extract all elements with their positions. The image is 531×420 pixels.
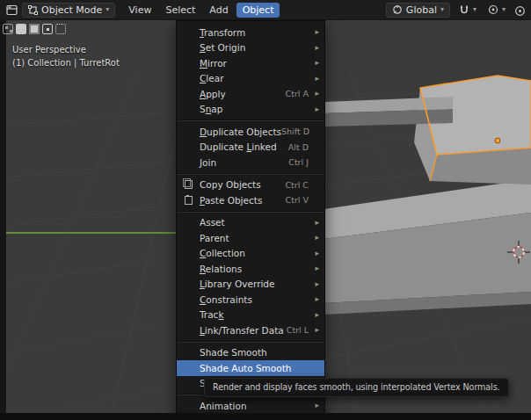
menu-item-constraints[interactable]: Constraints▸ [177,292,324,308]
editor-type-button[interactable] [4,3,20,18]
menu-item-label: Apply [200,89,226,99]
shading-sphere-button[interactable] [514,2,526,18]
menu-item-label: Shade Auto Smooth [200,363,291,373]
chevron-down-icon: ▾ [440,6,444,13]
menu-item-shortcut: Ctrl J [288,157,310,167]
menu-item-shortcut: Shift D [281,127,311,136]
menu-item-join[interactable]: JoinCtrl J [177,155,324,170]
menu-item-duplicate-objects[interactable]: Duplicate ObjectsShift D [177,124,324,140]
menu-item-label: Paste Objects [200,195,262,206]
snap-toggle[interactable]: ▾ [456,3,479,17]
editor-type-icon [6,4,18,16]
tool-icon-dashed[interactable] [55,24,66,34]
menu-item-label: Shade Smooth [200,347,267,358]
menu-item-label: Asset [200,217,225,228]
submenu-arrow-icon: ▸ [310,264,319,272]
tooltip: Render and display faces smooth, using i… [204,378,509,397]
submenu-arrow-icon: ▸ [310,75,319,83]
menu-item-apply[interactable]: ApplyCtrl A▸ [177,86,324,102]
menu-item-shortcut: Ctrl C [285,180,310,190]
mode-selector-label: Object Mode [41,4,102,16]
menu-object[interactable]: Object [236,3,280,18]
menu-separator [178,119,324,121]
transform-orientation-selector[interactable]: Global ▾ [386,3,450,18]
submenu-arrow-icon: ▸ [310,219,319,227]
menu-item-link-transfer-data[interactable]: Link/Transfer DataCtrl L▸ [177,322,324,338]
menu-item-label: Set Origin [200,42,245,53]
submenu-arrow-icon: ▸ [310,402,319,409]
menu-item-track[interactable]: Track▸ [177,308,324,323]
copy-icon [185,180,193,189]
menu-item-collection[interactable]: Collection▸ [177,246,324,262]
menu-item-library-override[interactable]: Library Override▸ [177,277,324,293]
menu-item-parent[interactable]: Parent▸ [177,230,324,246]
menu-item-label: Parent [200,233,229,243]
menu-item-clear[interactable]: Clear▸ [177,71,324,87]
menu-item-animation[interactable]: Animation▸ [177,398,324,414]
chevron-down-icon: ▾ [473,6,476,13]
orientation-label: Global [406,4,437,16]
menu-item-copy-objects[interactable]: Copy ObjectsCtrl C [177,177,324,193]
menu-item-label: Collection [200,248,245,258]
menu-item-asset[interactable]: Asset▸ [177,215,324,231]
menu-item-label: Duplicate Objects [200,127,281,137]
mode-selector[interactable]: Object Mode ▾ [22,3,115,18]
menu-item-snap[interactable]: Snap▸ [177,102,324,118]
menu-add[interactable]: Add [203,3,234,18]
menu-item-label: Transform [200,27,245,38]
chevron-down-icon: ▾ [105,6,109,13]
submenu-arrow-icon: ▸ [310,234,319,242]
orientation-gizmo-icon [392,4,403,15]
menu-select[interactable]: Select [159,3,201,18]
menu-item-shortcut: Ctrl V [286,195,310,205]
submenu-arrow-icon: ▸ [310,326,319,334]
menu-item-label: Library Override [200,279,275,289]
chevron-down-icon: ▾ [502,6,506,13]
menu-item-label: Copy Objects [200,179,261,190]
submenu-arrow-icon: ▸ [310,280,319,288]
tool-icon-inset[interactable] [29,24,40,34]
menu-item-shortcut: Ctrl L [287,325,310,335]
menu-item-label: Mirror [200,58,227,69]
menu-item-transform[interactable]: Transform▸ [177,25,324,40]
viewport-header: Object Mode ▾ View Select Add Object Glo… [0,0,531,20]
menu-item-label: Link/Transfer Data [200,325,284,336]
tool-icon-grid[interactable] [3,24,13,34]
menu-item-label: Join [200,157,216,168]
submenu-arrow-icon: ▸ [310,105,319,113]
menu-item-shortcut: Ctrl A [286,89,310,98]
menu-item-mirror[interactable]: Mirror▸ [177,55,324,71]
submenu-arrow-icon: ▸ [310,295,319,303]
menu-item-label: Duplicate Linked [200,141,277,152]
menu-separator [178,341,324,343]
tool-icon-dot[interactable] [42,24,53,34]
menu-item-shortcut: Alt D [288,142,310,152]
menu-item-relations[interactable]: Relations▸ [177,261,324,277]
menu-separator [178,173,324,175]
menu-item-set-origin[interactable]: Set Origin▸ [177,40,324,56]
viewport-perspective-label: User Perspective [12,45,86,54]
submenu-arrow-icon: ▸ [310,28,319,36]
tool-icon-solid[interactable] [16,24,26,34]
submenu-arrow-icon: ▸ [310,44,319,52]
shading-sphere-icon [514,5,526,17]
menu-view[interactable]: View [122,3,157,18]
menu-item-shade-auto-smooth[interactable]: Shade Auto Smooth [177,360,324,376]
object-origin-dot [495,138,500,143]
submenu-arrow-icon: ▸ [310,250,319,257]
menu-item-shade-smooth[interactable]: Shade Smooth [177,345,324,361]
menu-item-label: Clear [200,73,223,83]
menu-item-label: Constraints [200,294,252,305]
menu-item-label: Relations [200,264,242,274]
menu-item-icon-gutter [182,180,200,189]
menu-separator [178,211,324,213]
paste-icon [185,196,193,205]
menu-item-paste-objects[interactable]: Paste ObjectsCtrl V [177,192,324,208]
menu-item-duplicate-linked[interactable]: Duplicate LinkedAlt D [177,140,324,156]
viewport-tool-icons [3,24,66,34]
submenu-arrow-icon: ▸ [310,90,319,98]
menu-item-icon-gutter [182,196,200,205]
object-menu: Transform▸Set Origin▸Mirror▸Clear▸ApplyC… [176,20,325,420]
proportional-editing-toggle[interactable]: ▾ [485,3,508,17]
menu-item-label: Animation [200,401,247,411]
